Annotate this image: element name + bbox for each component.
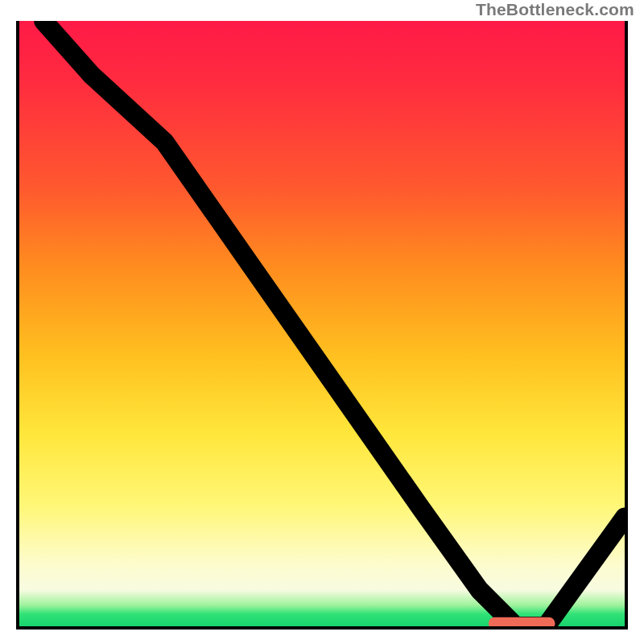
watermark-text: TheBottleneck.com bbox=[476, 0, 634, 19]
chart-area bbox=[16, 21, 628, 630]
chart-axes bbox=[16, 21, 628, 630]
